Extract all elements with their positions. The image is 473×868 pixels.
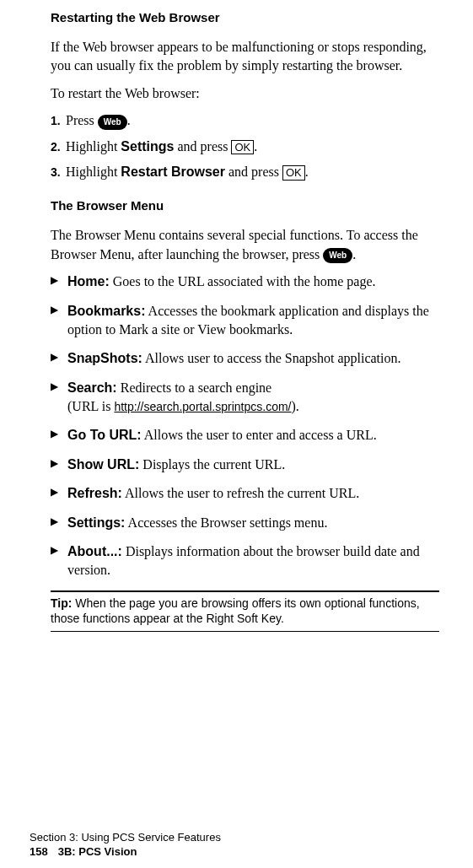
step-num: 1. — [51, 113, 62, 130]
para-intro: If the Web browser appears to be malfunc… — [51, 38, 439, 76]
text: . — [305, 164, 309, 179]
text: Redirects to a search engine — [117, 380, 271, 395]
footer-title: 3B: PCS Vision — [58, 845, 137, 858]
text: and press — [174, 139, 231, 154]
bullet-marker-icon: ▶ — [51, 272, 61, 291]
bullet-home: ▶ Home: Goes to the URL associated with … — [51, 272, 439, 291]
bold-settings: Settings — [121, 139, 174, 154]
bullet-text: Show URL: Displays the current URL. — [67, 456, 439, 474]
para-browser-menu: The Browser Menu contains several specia… — [51, 226, 439, 264]
bullet-goto-url: ▶ Go To URL: Allows the user to enter an… — [51, 426, 439, 445]
bullet-show-url: ▶ Show URL: Displays the current URL. — [51, 456, 439, 474]
bullet-refresh: ▶ Refresh: Allows the user to refresh th… — [51, 484, 439, 503]
bullet-label: Refresh: — [67, 486, 122, 500]
ok-button-icon: OK — [282, 165, 305, 181]
text: Accesses the Browser settings menu. — [125, 515, 327, 530]
bullet-text: Home: Goes to the URL associated with th… — [67, 272, 439, 291]
footer-section: Section 3: Using PCS Service Features — [30, 831, 221, 845]
step-1: 1. Press Web. — [51, 111, 439, 130]
step-3: 3. Highlight Restart Browser and press O… — [51, 163, 439, 181]
bullet-text: Settings: Accesses the Browser settings … — [67, 514, 439, 532]
heading-restarting: Restarting the Web Browser — [51, 8, 439, 26]
bold-restart: Restart Browser — [121, 164, 225, 179]
bullet-marker-icon: ▶ — [51, 349, 61, 368]
bullet-text: Bookmarks: Accesses the bookmark applica… — [67, 302, 439, 340]
text: . — [254, 139, 257, 154]
bullet-text: SnapShots: Allows user to access the Sna… — [67, 349, 439, 368]
bullet-text: Go To URL: Allows the user to enter and … — [67, 426, 439, 445]
page-footer: Section 3: Using PCS Service Features 15… — [30, 831, 221, 860]
tip-block: Tip: When the page you are browsing offe… — [51, 592, 439, 626]
ok-button-icon: OK — [231, 140, 254, 155]
bullet-label: Go To URL: — [67, 428, 142, 442]
text: Highlight — [66, 164, 121, 179]
bullet-label: About...: — [67, 544, 122, 558]
page-number: 158 — [30, 845, 48, 858]
bullet-settings: ▶ Settings: Accesses the Browser setting… — [51, 514, 439, 532]
step-2: 2. Highlight Settings and press OK. — [51, 137, 439, 156]
bullet-label: Search: — [67, 380, 117, 395]
text: (URL is — [67, 399, 114, 413]
web-button-icon: Web — [98, 115, 127, 130]
bullet-marker-icon: ▶ — [51, 379, 61, 417]
tip-label: Tip: — [51, 596, 72, 610]
bullet-marker-icon: ▶ — [51, 514, 61, 532]
step-text: Highlight Settings and press OK. — [66, 137, 439, 156]
bullet-label: Bookmarks: — [67, 304, 145, 318]
tip-divider-bottom — [51, 631, 439, 632]
text: Displays the current URL. — [139, 457, 285, 472]
bullet-snapshots: ▶ SnapShots: Allows user to access the S… — [51, 349, 439, 368]
bullet-label: SnapShots: — [67, 351, 142, 365]
text: ). — [292, 399, 299, 413]
text: . — [127, 113, 131, 127]
bullet-marker-icon: ▶ — [51, 302, 61, 340]
footer-line2: 1583B: PCS Vision — [30, 845, 221, 860]
search-url: http://search.portal.sprintpcs.com/ — [114, 400, 291, 413]
bullet-search: ▶ Search: Redirects to a search engine(U… — [51, 379, 439, 417]
tip-text: When the page you are browsing offers it… — [51, 596, 420, 625]
bullet-text: About...: Displays information about the… — [67, 542, 439, 580]
step-text: Press Web. — [66, 111, 439, 130]
step-num: 2. — [51, 139, 62, 156]
bullet-label: Settings: — [67, 515, 125, 530]
text: . — [352, 247, 356, 261]
bullet-text: Refresh: Allows the user to refresh the … — [67, 484, 439, 503]
para-to-restart: To restart the Web browser: — [51, 84, 439, 103]
text: Allows user to access the Snapshot appli… — [142, 351, 401, 365]
heading-browser-menu: The Browser Menu — [51, 197, 439, 214]
text: Goes to the URL associated with the home… — [110, 274, 376, 288]
bullet-marker-icon: ▶ — [51, 542, 61, 580]
web-button-icon: Web — [323, 248, 352, 263]
text: Allows the user to enter and access a UR… — [142, 428, 377, 442]
step-num: 3. — [51, 164, 62, 181]
bullet-marker-icon: ▶ — [51, 456, 61, 474]
bullet-label: Show URL: — [67, 457, 139, 472]
text: The Browser Menu contains several specia… — [51, 228, 418, 261]
bullet-label: Home: — [67, 274, 110, 288]
bullet-marker-icon: ▶ — [51, 484, 61, 503]
text: and press — [225, 164, 282, 179]
bullet-bookmarks: ▶ Bookmarks: Accesses the bookmark appli… — [51, 302, 439, 340]
step-text: Highlight Restart Browser and press OK. — [66, 163, 439, 181]
bullet-text: Search: Redirects to a search engine(URL… — [67, 379, 439, 417]
bullet-about: ▶ About...: Displays information about t… — [51, 542, 439, 580]
text: Allows the user to refresh the current U… — [122, 486, 359, 500]
text: Highlight — [66, 139, 121, 154]
text: Press — [66, 113, 98, 127]
bullet-marker-icon: ▶ — [51, 426, 61, 445]
